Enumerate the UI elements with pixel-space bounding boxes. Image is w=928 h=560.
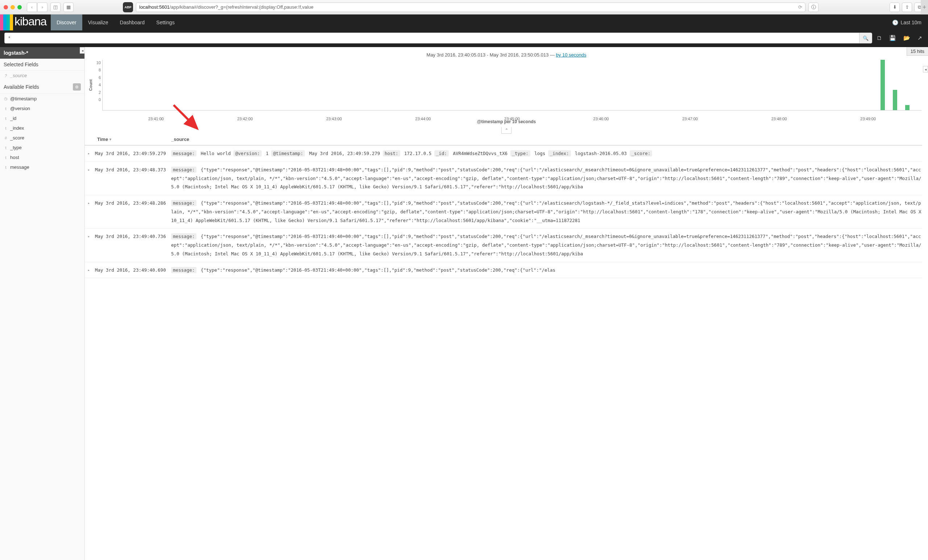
search-button[interactable]: 🔍 [859, 33, 872, 43]
index-pattern-selector[interactable]: logstash-* [0, 47, 84, 59]
field-index[interactable]: t_index [0, 123, 84, 133]
field-id[interactable]: t_id [0, 113, 84, 123]
time-picker[interactable]: 🕓 Last 10m [892, 20, 928, 25]
adblock-icon[interactable]: ABP [123, 2, 133, 12]
nav-dashboard[interactable]: Dashboard [114, 14, 151, 30]
collapse-chart-icon[interactable]: ⌃ [501, 127, 511, 134]
field-list: ◷@timestampt@versiont_idt_index#_scoret_… [0, 94, 84, 172]
field-type-icon: t [4, 107, 8, 111]
row-source: message: {"type":"response","@timestamp"… [171, 199, 922, 225]
sort-desc-icon: ▾ [110, 137, 111, 141]
chart-yaxis: 1086420 [93, 60, 102, 111]
minimize-window-icon[interactable] [11, 5, 15, 9]
selected-field-source[interactable]: ? _source [0, 71, 84, 81]
time-range: May 3rd 2016, 23:40:05.013 - May 3rd 201… [427, 52, 549, 58]
row-time: May 3rd 2016, 23:49:40.690 [95, 266, 171, 275]
main-nav: DiscoverVisualizeDashboardSettings [51, 14, 180, 30]
field-type[interactable]: t_type [0, 143, 84, 152]
table-row: ▸May 3rd 2016, 23:49:40.690message: {"ty… [85, 262, 922, 278]
table-row: ▸May 3rd 2016, 23:49:40.736message: {"ty… [85, 228, 922, 262]
field-type-icon: # [4, 136, 8, 140]
chart-xaxis: 23:41:0023:42:0023:43:0023:44:0023:45:00… [102, 115, 922, 117]
table-row: ▸May 3rd 2016, 23:49:48.286message: {"ty… [85, 195, 922, 228]
nav-discover[interactable]: Discover [51, 14, 82, 30]
sidebar-toggle-icon[interactable]: ◫ [50, 3, 61, 12]
open-search-icon[interactable]: 📂 [904, 35, 910, 41]
field-score[interactable]: #_score [0, 133, 84, 143]
reader-icon[interactable]: ⓘ [808, 3, 818, 12]
row-time: May 3rd 2016, 23:49:48.286 [95, 199, 171, 225]
main-layout: ◂ logstash-* Selected Fields ? _source A… [0, 47, 928, 560]
chart-bar[interactable] [905, 105, 910, 110]
forward-button[interactable]: › [37, 3, 47, 12]
row-source: message: {"type":"response","@timestamp"… [171, 166, 922, 191]
col-time-header[interactable]: Time ▾ [95, 137, 171, 142]
search-input[interactable] [5, 33, 859, 43]
field-type-icon: t [4, 126, 8, 130]
url-bar[interactable]: localhost:5601/app/kibana#/discover?_g=(… [136, 3, 806, 12]
row-source: message: {"type":"response","@timestamp"… [171, 232, 922, 258]
share-search-icon[interactable]: ↗ [917, 35, 922, 41]
chart-bar[interactable] [881, 60, 885, 110]
gear-icon[interactable]: ⚙ [73, 83, 81, 91]
table-header: Time ▾ _source [85, 134, 922, 146]
chart-ylabel: Count [88, 79, 93, 91]
chart-plot: 23:41:0023:42:0023:43:0023:44:0023:45:00… [102, 60, 922, 111]
traffic-lights [4, 5, 22, 9]
share-icon[interactable]: ⇪ [902, 3, 912, 12]
content: 15 hits ◂ May 3rd 2016, 23:40:05.013 - M… [85, 47, 928, 560]
reload-icon[interactable]: ⟳ [798, 5, 802, 10]
downloads-icon[interactable]: ⬇ [890, 3, 900, 12]
kibana-header: kibana DiscoverVisualizeDashboardSetting… [0, 14, 928, 30]
interval-link[interactable]: by 10 seconds [556, 52, 586, 58]
search-box: 🔍 [5, 33, 872, 43]
search-icon: 🔍 [863, 35, 868, 41]
question-icon: ? [4, 73, 8, 78]
toolbar-icons: 🗋 💾 📂 ↗ [876, 35, 923, 41]
nav-arrows: ‹ › [27, 3, 47, 12]
histogram-chart[interactable]: Count 1086420 23:41:0023:42:0023:43:0023… [85, 60, 928, 111]
field-host[interactable]: thost [0, 152, 84, 162]
logo-stripe-icon [0, 14, 13, 30]
tabs-grid-icon[interactable]: ▦ [63, 3, 73, 12]
field-type-icon: t [4, 165, 8, 169]
new-tab-button[interactable]: + [921, 0, 928, 14]
expand-row-icon[interactable]: ▸ [88, 266, 95, 275]
expand-row-icon[interactable]: ▸ [88, 166, 95, 191]
clock-icon: 🕓 [892, 20, 898, 25]
field-type-icon: t [4, 146, 8, 150]
row-source: message: Hello world @version: 1 @timest… [171, 149, 922, 158]
field-timestamp[interactable]: ◷@timestamp [0, 94, 84, 103]
save-search-icon[interactable]: 💾 [889, 35, 896, 41]
collapse-sidebar-icon[interactable]: ◂ [80, 47, 85, 53]
field-type-icon: ◷ [4, 96, 8, 101]
field-version[interactable]: t@version [0, 103, 84, 113]
hits-count: 15 hits [907, 47, 928, 56]
field-type-icon: t [4, 155, 8, 160]
table-row: ▸May 3rd 2016, 23:49:48.373message: {"ty… [85, 162, 922, 195]
chart-title: May 3rd 2016, 23:40:05.013 - May 3rd 201… [85, 47, 928, 60]
row-source: message: {"type":"response","@timestamp"… [171, 266, 922, 275]
nav-settings[interactable]: Settings [150, 14, 180, 30]
expand-row-icon[interactable]: ▸ [88, 149, 95, 158]
field-message[interactable]: tmessage [0, 162, 84, 172]
time-label: Last 10m [901, 20, 922, 25]
expand-row-icon[interactable]: ▸ [88, 232, 95, 258]
back-button[interactable]: ‹ [27, 3, 37, 12]
maximize-window-icon[interactable] [17, 5, 22, 9]
available-fields-label: Available Fields [4, 84, 39, 90]
nav-visualize[interactable]: Visualize [82, 14, 114, 30]
field-type-icon: t [4, 116, 8, 121]
table-body: ▸May 3rd 2016, 23:49:59.279message: Hell… [85, 146, 922, 278]
search-row: 🔍 🗋 💾 📂 ↗ [0, 30, 928, 47]
new-search-icon[interactable]: 🗋 [876, 35, 882, 41]
url-path: /app/kibana#/discover?_g=(refreshInterva… [169, 5, 314, 10]
url-host: localhost:5601 [139, 5, 169, 10]
close-window-icon[interactable] [4, 5, 8, 9]
row-time: May 3rd 2016, 23:49:48.373 [95, 166, 171, 191]
field-label: _source [10, 73, 27, 78]
expand-row-icon[interactable]: ▸ [88, 199, 95, 225]
chart-bar[interactable] [893, 90, 897, 110]
selected-fields-heading: Selected Fields [0, 59, 84, 71]
col-source-header: _source [171, 137, 922, 142]
